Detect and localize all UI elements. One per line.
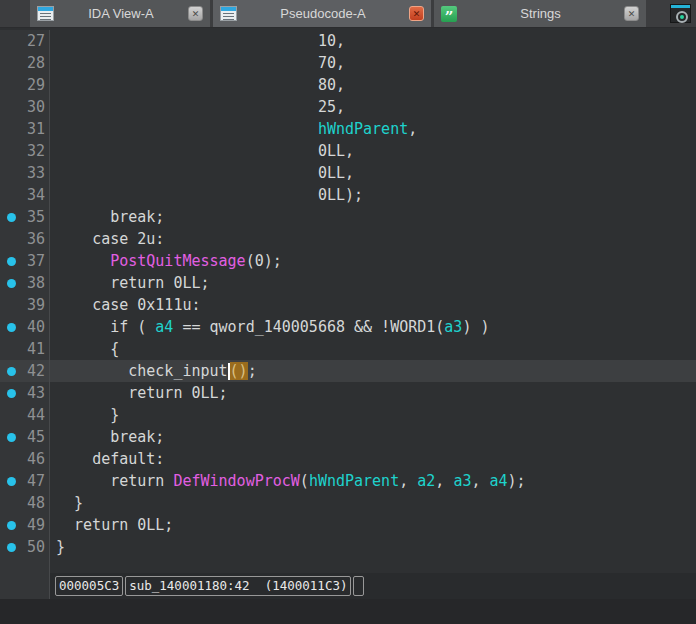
line-number: 36 xyxy=(27,230,45,248)
strings-icon xyxy=(441,6,457,22)
line-number: 38 xyxy=(27,274,45,292)
code-segment: , xyxy=(471,472,489,490)
indent xyxy=(56,164,318,182)
disassembly-view-icon xyxy=(220,6,237,21)
code-row-37[interactable]: 37 PostQuitMessage(0); xyxy=(0,250,696,272)
line-mark-dot xyxy=(7,521,16,530)
code-row-49[interactable]: 49 return 0LL; xyxy=(0,514,696,536)
code-row-39[interactable]: 39 case 0x111u: xyxy=(0,294,696,316)
tab-bar-spacer xyxy=(0,0,30,27)
code-segment: } xyxy=(110,406,119,424)
tab-strings[interactable]: Strings xyxy=(434,0,646,27)
code-segment: , xyxy=(408,120,417,138)
code-segment: () xyxy=(230,362,248,380)
code-segment: } xyxy=(74,494,83,512)
code-row-50[interactable]: 50} xyxy=(0,536,696,558)
line-number: 32 xyxy=(27,142,45,160)
code-row-34[interactable]: 34 0LL); xyxy=(0,184,696,206)
code-text: } xyxy=(50,492,696,514)
code-segment: 10, xyxy=(318,32,345,50)
indent xyxy=(56,274,110,292)
tab-label: IDA View-A xyxy=(58,6,184,21)
code-text: return 0LL; xyxy=(50,514,696,536)
pseudocode-editor[interactable]: 27 10,28 70,29 80,30 25,31 hWndParent,32 xyxy=(0,28,696,573)
code-row-43[interactable]: 43 return 0LL; xyxy=(0,382,696,404)
gutter-cell: 34 xyxy=(0,184,50,206)
code-segment: default: xyxy=(92,450,164,468)
code-row-31[interactable]: 31 hWndParent, xyxy=(0,118,696,140)
code-row-42[interactable]: 42 check_input(); xyxy=(0,360,696,382)
code-segment: { xyxy=(110,340,119,358)
code-segment: ; xyxy=(248,362,257,380)
code-row-46[interactable]: 46 default: xyxy=(0,448,696,470)
code-segment: return 0LL; xyxy=(110,274,209,292)
window-switcher-icon[interactable] xyxy=(670,4,691,23)
code-row-47[interactable]: 47 return DefWindowProcW(hWndParent, a2,… xyxy=(0,470,696,492)
close-icon[interactable] xyxy=(409,6,424,21)
line-number: 33 xyxy=(27,164,45,182)
tab-ida-view-a[interactable]: IDA View-A xyxy=(30,0,210,27)
code-text: case 2u: xyxy=(50,228,696,250)
code-text: if ( a4 == qword_140005668 && !WORD1(a3)… xyxy=(50,316,696,338)
code-row-38[interactable]: 38 return 0LL; xyxy=(0,272,696,294)
code-row-45[interactable]: 45 break; xyxy=(0,426,696,448)
gutter-cell: 41 xyxy=(0,338,50,360)
indent xyxy=(56,230,92,248)
code-row-28[interactable]: 28 70, xyxy=(0,52,696,74)
code-text: PostQuitMessage(0); xyxy=(50,250,696,272)
code-row-30[interactable]: 30 25, xyxy=(0,96,696,118)
code-segment: DefWindowProcW xyxy=(173,472,299,490)
gutter-cell: 27 xyxy=(0,30,50,52)
gutter-cell: 37 xyxy=(0,250,50,272)
code-row-40[interactable]: 40 if ( a4 == qword_140005668 && !WORD1(… xyxy=(0,316,696,338)
code-text: } xyxy=(50,536,696,558)
code-segment: a3 xyxy=(444,318,462,336)
gutter-cell: 50 xyxy=(0,536,50,558)
gutter-cell: 36 xyxy=(0,228,50,250)
tab-pseudocode-a[interactable]: Pseudocode-A xyxy=(213,0,431,27)
code-row-33[interactable]: 33 0LL, xyxy=(0,162,696,184)
code-row-44[interactable]: 44 } xyxy=(0,404,696,426)
code-row-29[interactable]: 29 80, xyxy=(0,74,696,96)
close-icon[interactable] xyxy=(624,6,639,21)
line-number: 30 xyxy=(27,98,45,116)
code-row-27[interactable]: 27 10, xyxy=(0,30,696,52)
code-segment: break; xyxy=(110,428,164,446)
indent xyxy=(56,142,318,160)
code-text: 0LL, xyxy=(50,162,696,184)
code-segment: , xyxy=(399,472,417,490)
gutter-filler xyxy=(0,558,50,573)
code-row-41[interactable]: 41 { xyxy=(0,338,696,360)
indent xyxy=(56,516,74,534)
indent xyxy=(56,120,318,138)
line-number: 27 xyxy=(27,32,45,50)
line-mark-dot xyxy=(7,433,16,442)
gutter-cell: 40 xyxy=(0,316,50,338)
tab-bar: IDA View-A Pseudocode-A Strings xyxy=(0,0,696,28)
line-number: 50 xyxy=(27,538,45,556)
line-mark-dot xyxy=(7,323,16,332)
code-filler xyxy=(50,558,696,573)
status-boxes: 000005C3 sub_140001180:42 (1400011C3) xyxy=(55,576,364,596)
disassembly-view-icon xyxy=(37,6,54,21)
code-row-35[interactable]: 35 break; xyxy=(0,206,696,228)
line-number: 44 xyxy=(27,406,45,424)
indent xyxy=(56,54,318,72)
gutter-cell: 39 xyxy=(0,294,50,316)
code-segment: ); xyxy=(508,472,526,490)
line-number: 47 xyxy=(27,472,45,490)
code-segment: hWndParent xyxy=(318,120,408,138)
gutter-cell: 42 xyxy=(0,360,50,382)
indent xyxy=(56,450,92,468)
code-row-36[interactable]: 36 case 2u: xyxy=(0,228,696,250)
gutter-cell: 48 xyxy=(0,492,50,514)
close-icon[interactable] xyxy=(188,6,203,21)
code-row-48[interactable]: 48 } xyxy=(0,492,696,514)
gutter-cell: 44 xyxy=(0,404,50,426)
code-segment: case 2u: xyxy=(92,230,164,248)
editor-filler xyxy=(0,558,696,573)
code-text: break; xyxy=(50,206,696,228)
line-number: 49 xyxy=(27,516,45,534)
code-row-32[interactable]: 32 0LL, xyxy=(0,140,696,162)
indent xyxy=(56,32,318,50)
